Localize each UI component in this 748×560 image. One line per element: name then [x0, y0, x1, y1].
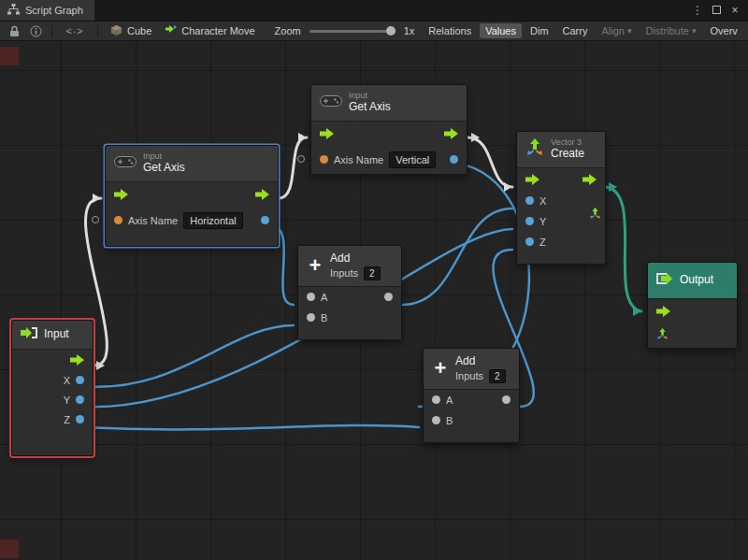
node-header: Vector 3 Create: [517, 132, 605, 168]
values-button[interactable]: Values: [480, 23, 522, 38]
wire-getaxis-horizontal-to-getaxis-vertical[interactable]: [279, 137, 307, 198]
wire-arrowhead: [298, 133, 307, 142]
wire-arrowhead: [93, 194, 101, 203]
relations-button[interactable]: Relations: [423, 23, 477, 38]
node-title: Output: [680, 273, 713, 288]
port-label: Z: [539, 237, 546, 248]
z-in-port[interactable]: [525, 237, 534, 246]
close-icon[interactable]: ×: [727, 5, 742, 16]
inputs-count-field[interactable]: 2: [364, 266, 381, 280]
node-category: Input: [143, 151, 185, 161]
wire-inputz-to-add2-b[interactable]: [82, 425, 419, 429]
graph-boundary-port[interactable]: [92, 216, 99, 223]
align-button[interactable]: Align▾: [596, 23, 637, 38]
control-out-port[interactable]: [70, 354, 84, 366]
node-title: Add: [455, 354, 506, 369]
window-controls: ⋮ ×: [690, 0, 748, 21]
zoom-slider-handle[interactable]: [386, 26, 396, 36]
node-add-2[interactable]: + Add Inputs 2 A B: [423, 348, 520, 443]
control-in-port[interactable]: [525, 174, 539, 185]
control-in-port[interactable]: [656, 306, 670, 317]
node-header: Output: [648, 263, 737, 299]
inputs-count-field[interactable]: 2: [489, 369, 506, 383]
chevron-down-icon: ▾: [692, 26, 697, 36]
control-out-port[interactable]: [583, 174, 597, 185]
x-in-port[interactable]: [525, 196, 534, 205]
control-in-port[interactable]: [114, 189, 128, 200]
graph-canvas[interactable]: Input Get Axis Axis Name Vertical Input: [0, 41, 748, 560]
cube-icon: [110, 24, 122, 38]
node-category: Input: [349, 91, 391, 100]
overview-button[interactable]: Overv: [704, 23, 742, 38]
port-label: X: [64, 375, 70, 386]
carry-button[interactable]: Carry: [557, 23, 594, 38]
chevron-down-icon: ▾: [627, 26, 632, 36]
node-get-axis-vertical[interactable]: Input Get Axis Axis Name Vertical: [310, 84, 468, 175]
node-title: Create: [551, 147, 584, 162]
wire-getaxis-vertical-to-vector3[interactable]: [468, 137, 512, 187]
x-out-port[interactable]: [76, 376, 84, 384]
port-label: B: [321, 312, 327, 323]
code-inspect-icon[interactable]: <∙>: [59, 22, 91, 39]
value-out-port[interactable]: [450, 155, 458, 164]
node-graph-output[interactable]: Output: [647, 262, 738, 349]
gamepad-icon: [114, 155, 137, 172]
node-title: Input: [44, 327, 69, 342]
wire-vector3-to-output[interactable]: [606, 187, 641, 311]
port-label: A: [321, 292, 327, 303]
node-header: Input: [12, 321, 93, 350]
node-graph-input[interactable]: Input X Y Z: [11, 320, 94, 456]
menu-dots-icon[interactable]: ⋮: [690, 5, 705, 16]
control-out-port[interactable]: [444, 128, 458, 139]
z-out-port[interactable]: [76, 415, 84, 424]
distribute-button[interactable]: Distribute▾: [640, 23, 701, 38]
plus-icon: +: [432, 360, 449, 377]
graph-boundary-port[interactable]: [297, 155, 305, 163]
tab-script-graph[interactable]: Script Graph: [0, 0, 94, 21]
lock-icon[interactable]: [5, 22, 23, 39]
node-header: Input Get Axis: [311, 85, 467, 122]
node-header: + Add Inputs 2: [424, 349, 519, 390]
node-get-axis-horizontal[interactable]: Input Get Axis Axis Name Horizontal: [105, 145, 279, 247]
node-add-1[interactable]: + Add Inputs 2 A B: [297, 245, 402, 340]
vector3-in-port[interactable]: [656, 327, 669, 344]
sum-out-port[interactable]: [502, 395, 511, 404]
node-header: Input Get Axis: [106, 146, 278, 182]
value-out-port[interactable]: [261, 216, 269, 224]
wire-arrowhead: [504, 182, 512, 192]
b-in-port[interactable]: [432, 416, 440, 424]
control-out-port[interactable]: [255, 189, 269, 200]
cube-breadcrumb[interactable]: Cube: [105, 24, 157, 38]
zoom-control: Zoom 1x: [269, 25, 421, 36]
info-icon[interactable]: [26, 22, 45, 39]
inputs-label: Inputs: [455, 370, 483, 381]
script-graph-icon: [7, 4, 20, 17]
axis-name-field[interactable]: Vertical: [389, 151, 436, 168]
axis-name-in-port[interactable]: [114, 216, 122, 224]
wire-inputx-to-add1-b[interactable]: [82, 325, 294, 387]
character-move-icon: [165, 25, 177, 36]
character-move-breadcrumb[interactable]: Character Move: [160, 25, 260, 36]
zoom-value: 1x: [404, 25, 415, 36]
axis-name-in-port[interactable]: [320, 155, 328, 164]
gamepad-icon: [320, 94, 342, 111]
port-label: A: [446, 395, 453, 406]
y-out-port[interactable]: [76, 395, 84, 404]
zoom-label: Zoom: [275, 25, 301, 36]
sum-out-port[interactable]: [384, 293, 393, 301]
port-label: Y: [64, 395, 70, 406]
control-in-port[interactable]: [320, 128, 334, 139]
vector3-out-port[interactable]: [589, 207, 601, 223]
param-label: Axis Name: [334, 154, 383, 165]
maximize-icon[interactable]: [709, 5, 724, 16]
node-vector3-create[interactable]: Vector 3 Create X Y Z: [516, 131, 606, 265]
b-in-port[interactable]: [307, 313, 315, 322]
node-title: Add: [330, 251, 381, 266]
y-in-port[interactable]: [525, 217, 534, 225]
zoom-slider[interactable]: [309, 30, 396, 33]
node-title: Get Axis: [143, 161, 185, 176]
a-in-port[interactable]: [432, 395, 440, 404]
a-in-port[interactable]: [307, 293, 315, 301]
axis-name-field[interactable]: Horizontal: [183, 212, 243, 229]
dim-button[interactable]: Dim: [525, 23, 554, 38]
